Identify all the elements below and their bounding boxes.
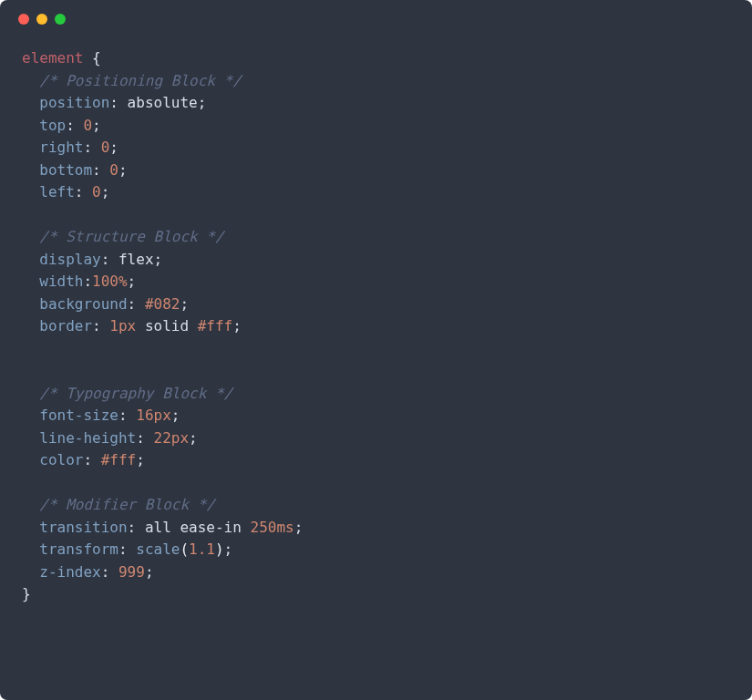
value: 999 [118, 563, 145, 581]
close-icon[interactable] [18, 14, 29, 25]
comment-text: /* Modifier Block */ [39, 496, 215, 513]
semicolon: ; [171, 407, 180, 424]
value: 250ms [251, 519, 294, 536]
semicolon: ; [101, 183, 110, 201]
value: #fff [101, 451, 137, 468]
value: absolute [128, 94, 198, 111]
line-close-brace: } [22, 583, 730, 606]
line-color: color: #fff; [22, 449, 730, 472]
comment-structure: /* Structure Block */ [22, 226, 730, 249]
line-bottom: bottom: 0; [22, 160, 730, 182]
semicolon: ; [154, 251, 163, 268]
open-brace: { [92, 49, 101, 67]
semicolon: ; [136, 451, 145, 468]
property: display [39, 251, 100, 268]
line-transform: transform: scale(1.1); [22, 539, 730, 561]
property: border [39, 317, 92, 335]
line-line-height: line-height: 22px; [22, 427, 730, 450]
comment-text: /* Structure Block */ [39, 228, 223, 245]
colon: : [118, 407, 128, 424]
semicolon: ; [180, 295, 189, 313]
semicolon: ; [232, 317, 242, 335]
value: flex [118, 251, 154, 268]
colon: : [83, 273, 92, 290]
line-z-index: z-index: 999; [22, 561, 730, 584]
colon: : [109, 94, 118, 111]
value: 1px [109, 317, 136, 335]
line-width: width:100%; [22, 271, 730, 293]
property: width [39, 273, 83, 290]
line-display: display: flex; [22, 249, 730, 272]
colon: : [118, 540, 128, 558]
property: right [39, 139, 83, 156]
value: all [145, 519, 171, 536]
semicolon: ; [198, 94, 207, 111]
blank-line [22, 360, 730, 383]
colon: : [128, 519, 137, 536]
code-area: element {/* Positioning Block */position… [0, 38, 752, 624]
value: 0 [92, 183, 101, 201]
value: 0 [101, 139, 110, 156]
value: solid [145, 317, 189, 335]
colon: : [101, 251, 110, 268]
colon: : [92, 317, 101, 335]
comment-typography: /* Typography Block */ [22, 383, 730, 406]
value: 0 [109, 161, 118, 179]
line-top: top: 0; [22, 115, 730, 138]
line-font-size: font-size: 16px; [22, 405, 730, 427]
property: bottom [39, 161, 92, 179]
semicolon: ; [294, 519, 304, 536]
property: transition [39, 519, 127, 536]
colon: : [83, 139, 92, 156]
property: background [39, 295, 127, 313]
colon: : [128, 295, 137, 313]
property: color [39, 451, 83, 468]
property: position [39, 94, 109, 111]
value: 1.1 [189, 540, 215, 558]
comment-modifier: /* Modifier Block */ [22, 494, 730, 517]
line-transition: transition: all ease-in 250ms; [22, 517, 730, 540]
colon: : [101, 563, 110, 581]
blank-line [22, 204, 730, 227]
semicolon: ; [118, 161, 128, 179]
value: 22px [154, 429, 190, 447]
value: 0 [83, 117, 92, 134]
value: #fff [198, 317, 233, 335]
line-selector: element { [22, 47, 730, 70]
paren-open: ( [180, 540, 189, 558]
semicolon: ; [145, 563, 154, 581]
titlebar [0, 0, 752, 38]
line-background: background: #082; [22, 293, 730, 316]
blank-line [22, 472, 730, 495]
semicolon: ; [189, 429, 198, 447]
value: 16px [136, 407, 171, 424]
property: top [39, 117, 66, 134]
value: #082 [145, 295, 180, 313]
paren-close: ) [215, 540, 224, 558]
code-window: element {/* Positioning Block */position… [0, 0, 752, 700]
colon: : [136, 429, 145, 447]
property: z-index [39, 563, 100, 581]
line-position: position: absolute; [22, 92, 730, 115]
value: ease-in [180, 519, 241, 536]
colon: : [66, 117, 75, 134]
maximize-icon[interactable] [55, 14, 66, 25]
semicolon: ; [128, 273, 137, 290]
semicolon: ; [109, 139, 118, 156]
colon: : [83, 451, 92, 468]
colon: : [92, 161, 101, 179]
line-left: left: 0; [22, 181, 730, 204]
line-border: border: 1px solid #fff; [22, 315, 730, 338]
line-right: right: 0; [22, 137, 730, 160]
function-name: scale [136, 540, 180, 558]
comment-text: /* Positioning Block */ [39, 72, 242, 89]
property: font-size [39, 407, 118, 424]
property: left [39, 183, 75, 201]
close-brace: } [22, 585, 31, 602]
minimize-icon[interactable] [36, 14, 47, 25]
comment-text: /* Typography Block */ [39, 385, 232, 402]
blank-line [22, 338, 730, 361]
semicolon: ; [224, 540, 233, 558]
value: 100% [92, 273, 128, 290]
colon: : [75, 183, 84, 201]
